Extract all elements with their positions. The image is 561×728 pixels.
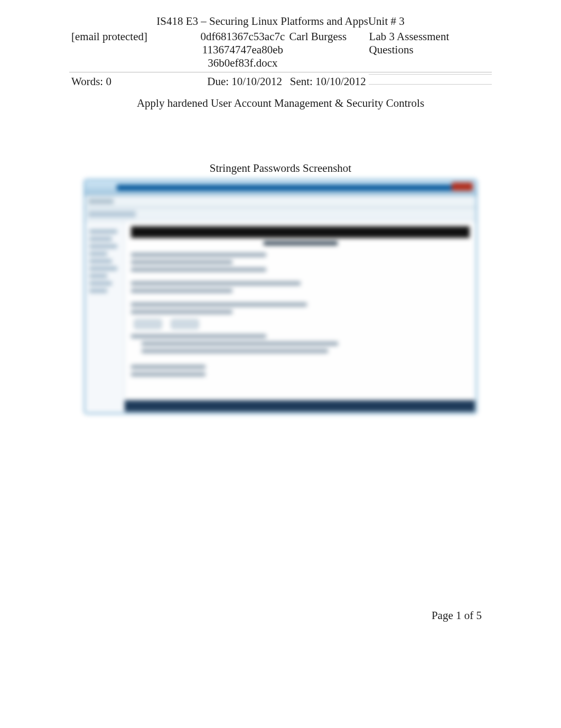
menu-item[interactable] xyxy=(88,199,114,204)
window-sidebar xyxy=(85,221,125,414)
text-line xyxy=(131,260,232,264)
assignment-cell: Lab 3 Assessment Questions xyxy=(367,29,492,71)
filename-cell: 0df681367c53ac7c 113674747ea80eb 36b0ef8… xyxy=(198,29,287,71)
titlebar-text-strip xyxy=(117,185,455,191)
text-line xyxy=(131,253,266,257)
metadata-row-2: Words: 0 Due: 10/10/2012 Sent: 10/10/201… xyxy=(69,74,492,89)
screenshot-caption: Stringent Passwords Screenshot xyxy=(0,162,561,175)
sidebar-item[interactable] xyxy=(89,252,107,256)
window-titlebar xyxy=(85,180,476,196)
button-row xyxy=(134,319,470,329)
section-title: Apply hardened User Account Management &… xyxy=(0,97,561,110)
sidebar-item[interactable] xyxy=(89,266,117,271)
sidebar-item[interactable] xyxy=(89,237,112,241)
sidebar-item[interactable] xyxy=(89,229,117,234)
filename-line-3: 36b0ef83f.docx xyxy=(200,57,285,70)
due-label: Due: 10/10/2012 xyxy=(202,74,288,89)
sidebar-item[interactable] xyxy=(89,244,117,248)
text-line xyxy=(131,334,266,338)
toolbar-item[interactable] xyxy=(88,211,136,217)
text-line xyxy=(131,302,307,307)
content-subtitle xyxy=(264,241,338,245)
content-header-bar xyxy=(131,226,470,238)
text-line xyxy=(142,349,328,353)
window-body xyxy=(85,221,476,414)
grade-box xyxy=(369,74,492,85)
embedded-screenshot xyxy=(84,179,477,414)
student-cell: Carl Burgess xyxy=(287,29,367,71)
close-icon[interactable] xyxy=(452,182,473,191)
content-footer-bar xyxy=(125,400,475,412)
sidebar-item[interactable] xyxy=(89,274,107,278)
filename-line-2: 113674747ea80eb xyxy=(200,43,285,57)
text-line xyxy=(131,365,205,369)
metadata-table: [email protected] 0df681367c53ac7c 11367… xyxy=(69,29,492,71)
course-title: IS418 E3 – Securing Linux Platforms and … xyxy=(0,0,561,28)
words-label: Words: 0 xyxy=(69,74,202,89)
dialog-button[interactable] xyxy=(134,319,162,329)
sidebar-item[interactable] xyxy=(89,259,112,263)
text-line xyxy=(142,342,338,346)
dialog-button[interactable] xyxy=(171,319,199,329)
window-menubar xyxy=(85,196,476,208)
sent-label: Sent: 10/10/2012 xyxy=(288,74,369,89)
window-content xyxy=(125,221,476,414)
text-line xyxy=(131,289,232,293)
email-cell: [email protected] xyxy=(69,29,198,71)
separator xyxy=(69,72,492,73)
filename-line-1: 0df681367c53ac7c xyxy=(200,30,285,43)
text-line xyxy=(131,372,205,376)
page-number: Page 1 of 5 xyxy=(432,609,482,622)
window-toolbar xyxy=(85,208,476,221)
sidebar-item[interactable] xyxy=(89,281,112,285)
sidebar-item[interactable] xyxy=(89,289,107,293)
text-line xyxy=(131,268,266,272)
document-page: IS418 E3 – Securing Linux Platforms and … xyxy=(0,0,561,728)
text-line xyxy=(131,281,301,285)
text-line xyxy=(131,310,232,314)
